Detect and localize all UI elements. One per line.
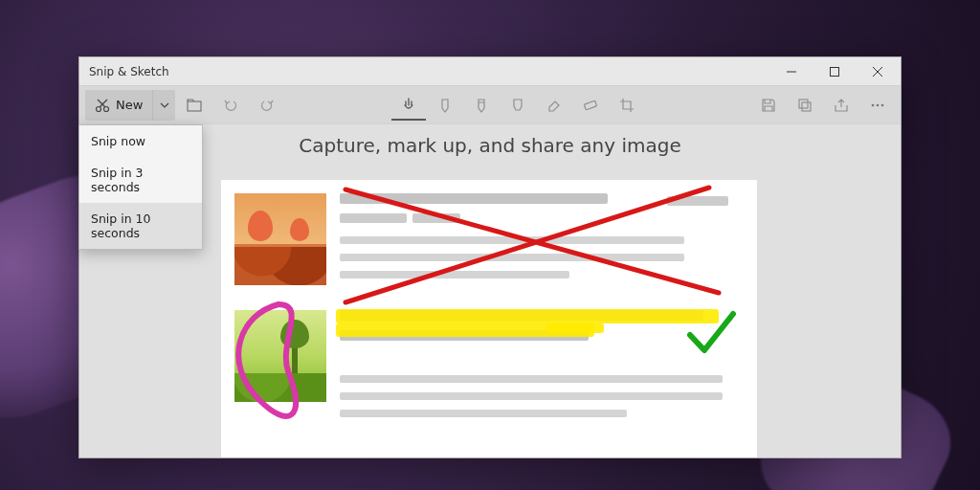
svg-rect-10	[799, 100, 808, 108]
touch-icon	[400, 96, 417, 113]
open-file-button[interactable]	[177, 90, 212, 121]
copy-button[interactable]	[788, 90, 822, 121]
ruler-button[interactable]	[573, 90, 608, 121]
svg-point-14	[881, 103, 884, 106]
more-button[interactable]	[860, 90, 895, 121]
save-icon	[760, 97, 777, 114]
chevron-down-icon	[160, 100, 169, 110]
svg-point-12	[872, 103, 875, 106]
undo-icon	[222, 97, 239, 114]
eraser-icon	[546, 97, 563, 114]
svg-rect-11	[802, 102, 811, 111]
new-button-label: New	[116, 98, 143, 112]
svg-point-13	[877, 103, 880, 106]
sample-image	[221, 180, 757, 457]
ruler-icon	[582, 97, 599, 114]
close-button[interactable]	[856, 57, 899, 86]
new-dropdown-toggle[interactable]	[152, 90, 175, 121]
folder-icon	[186, 97, 203, 114]
dropdown-item-snip-10s[interactable]: Snip in 10 seconds	[79, 203, 202, 249]
new-snip-button[interactable]: New	[85, 90, 175, 121]
svg-rect-9	[585, 100, 597, 110]
thumbnail-landscape	[234, 310, 326, 402]
dropdown-item-snip-now[interactable]: Snip now	[79, 125, 202, 157]
placeholder-text-3	[340, 375, 723, 427]
redo-button[interactable]	[250, 90, 284, 121]
share-button[interactable]	[824, 90, 858, 121]
touch-writing-button[interactable]	[391, 90, 426, 121]
more-icon	[869, 97, 886, 114]
highlighter-icon	[509, 97, 526, 114]
crop-button[interactable]	[610, 90, 644, 121]
window-title: Snip & Sketch	[89, 65, 169, 78]
pencil-button[interactable]	[464, 90, 499, 121]
placeholder-text-1	[340, 193, 684, 288]
pen-icon	[436, 97, 454, 114]
dropdown-item-snip-3s[interactable]: Snip in 3 seconds	[79, 157, 202, 203]
highlight-annotation	[546, 323, 604, 333]
undo-button[interactable]	[213, 90, 248, 121]
highlighter-button[interactable]	[501, 90, 535, 121]
minimize-button[interactable]	[769, 57, 813, 86]
eraser-button[interactable]	[537, 90, 571, 121]
svg-rect-1	[830, 67, 838, 76]
toolbar: New	[79, 86, 901, 124]
scissors-icon	[95, 98, 110, 113]
svg-rect-8	[188, 101, 201, 111]
save-button[interactable]	[751, 90, 786, 121]
ballpoint-pen-button[interactable]	[428, 90, 462, 121]
share-icon	[833, 97, 850, 114]
crop-icon	[618, 97, 635, 114]
maximize-button[interactable]	[813, 57, 856, 86]
svg-point-5	[104, 106, 109, 111]
redo-icon	[258, 97, 276, 114]
titlebar: Snip & Sketch	[79, 57, 901, 86]
thumbnail-balloons	[234, 193, 326, 285]
pencil-icon	[473, 97, 490, 114]
highlight-annotation	[336, 309, 719, 323]
copy-icon	[796, 97, 813, 114]
app-window: Snip & Sketch New	[78, 56, 902, 458]
svg-point-4	[97, 106, 101, 111]
new-snip-dropdown: Snip now Snip in 3 seconds Snip in 10 se…	[78, 124, 203, 250]
